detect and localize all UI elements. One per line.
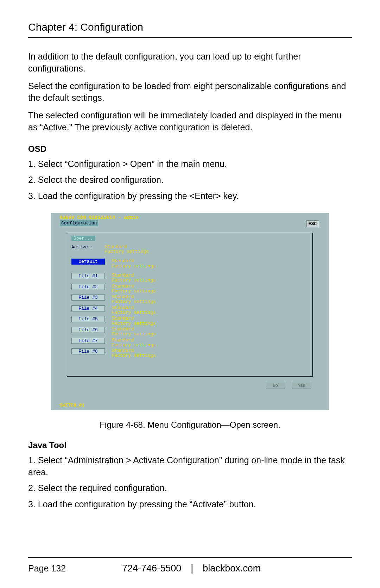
- page-number: Page 132: [28, 563, 66, 574]
- osd-file2-button[interactable]: File #2: [71, 284, 105, 290]
- osd-esc-button[interactable]: ESC: [306, 221, 319, 227]
- osd-active-label: Active :: [71, 245, 105, 250]
- intro-paragraph-2: Select the configuration to be loaded fr…: [28, 80, 352, 104]
- osd-default-value: Standard Factory settings: [112, 259, 156, 269]
- osd-screenshot: 03000 CON 010123614 - admin Configuratio…: [28, 213, 352, 410]
- chapter-title: Chapter 4: Configuration: [28, 21, 352, 38]
- osd-menu-configuration[interactable]: Configuration: [60, 220, 98, 226]
- osd-active-value: Standard Factory settings: [105, 245, 149, 255]
- java-section-label: Java Tool: [28, 440, 352, 450]
- osd-menubar: Configuration: [60, 221, 320, 227]
- java-step-2: 2. Select the required configuration.: [28, 482, 352, 494]
- figure-caption: Figure 4-68. Menu Configuration—Open scr…: [28, 420, 352, 430]
- osd-section-label: OSD: [28, 144, 352, 154]
- intro-paragraph-3: The selected configuration will be immed…: [28, 110, 352, 134]
- java-step-3: 3. Load the configuration by pressing th…: [28, 499, 352, 510]
- osd-default-button[interactable]: Default: [71, 259, 105, 265]
- osd-file8-button[interactable]: File #8: [71, 348, 105, 354]
- osd-titlebar: 03000 CON 010123614 - admin: [60, 215, 139, 220]
- osd-file6-button[interactable]: File #6: [71, 327, 105, 333]
- osd-yes-button[interactable]: YES: [292, 383, 311, 389]
- osd-file1-button[interactable]: File #1: [71, 273, 105, 279]
- osd-footer-label: SWITCH_01: [60, 403, 84, 408]
- osd-step-1: 1. Select “Configuration > Open” in the …: [28, 158, 352, 170]
- osd-no-button[interactable]: NO: [266, 383, 285, 389]
- osd-step-2: 2. Select the desired configuration.: [28, 174, 352, 186]
- osd-open-label: Open...: [71, 236, 95, 241]
- osd-file5-button[interactable]: File #5: [71, 316, 105, 322]
- osd-file3-button[interactable]: File #3: [71, 295, 105, 301]
- page-footer: Page 132 724-746-5500 | blackbox.com: [28, 557, 352, 574]
- intro-paragraph-1: In addition to the default configuration…: [28, 51, 352, 75]
- osd-file7-button[interactable]: File #7: [71, 338, 105, 344]
- footer-contact: 724-746-5500 | blackbox.com: [122, 563, 261, 574]
- osd-step-3: 3. Load the configuration by pressing th…: [28, 190, 352, 202]
- osd-file4-button[interactable]: File #4: [71, 305, 105, 311]
- osd-open-panel: Open... Active : Standard Factory settin…: [67, 233, 313, 377]
- java-step-1: 1. Select “Administration > Activate Con…: [28, 454, 352, 478]
